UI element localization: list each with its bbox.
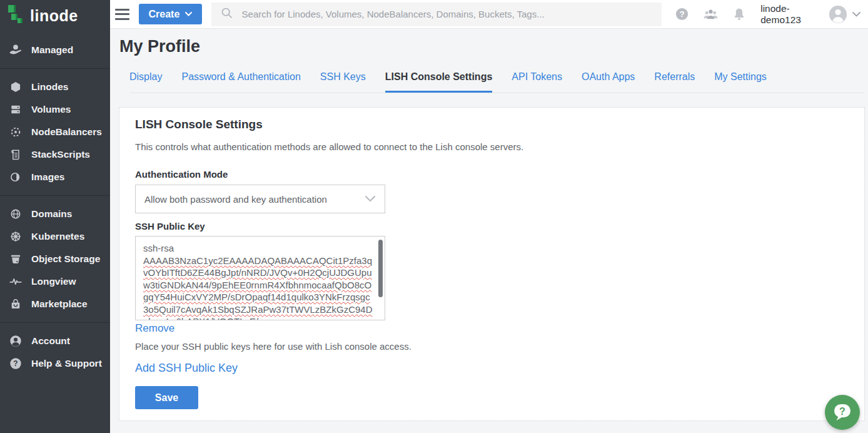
search-icon <box>220 6 233 22</box>
tab-lish-console-settings[interactable]: LISH Console Settings <box>385 71 493 93</box>
sidebar-item-account[interactable]: Account <box>0 330 110 352</box>
topbar-icons: ? linode-demo123 <box>662 3 868 26</box>
sidebar-item-help-support[interactable]: ? Help & Support <box>0 352 110 375</box>
sidebar-item-object-storage[interactable]: Object Storage <box>0 248 110 270</box>
help-bubble-icon: ? <box>832 401 853 424</box>
tab-display[interactable]: Display <box>129 71 162 93</box>
add-ssh-public-key-link[interactable]: Add SSH Public Key <box>135 362 238 375</box>
sidebar-item-marketplace[interactable]: Marketplace <box>0 293 110 315</box>
panel-title: LISH Console Settings <box>135 118 849 131</box>
ssh-public-key-textarea[interactable]: ssh-rsa AAAAB3NzaC1yc2EAAAADAQABAAACAQCi… <box>135 236 385 320</box>
ssh-key-helper-text: Place your SSH public keys here for use … <box>135 341 849 352</box>
sidebar-item-images[interactable]: Images <box>0 166 110 188</box>
page-title: My Profile <box>119 35 865 58</box>
linode-logo-icon <box>6 4 26 28</box>
object-storage-icon <box>8 252 23 267</box>
sidebar-divider <box>0 68 110 69</box>
search-bar <box>211 3 662 26</box>
longview-icon <box>8 274 23 289</box>
stackscripts-icon <box>8 147 23 162</box>
ssh-key-label: SSH Public Key <box>135 221 849 232</box>
linode-logo[interactable]: linode <box>0 0 110 31</box>
sidebar-item-domains[interactable]: Domains <box>0 203 110 225</box>
tab-oauth-apps[interactable]: OAuth Apps <box>582 71 635 93</box>
account-menu-username[interactable]: linode-demo123 <box>760 3 823 26</box>
kubernetes-icon <box>8 229 23 244</box>
select-chevron-down-icon <box>365 193 376 205</box>
tab-api-tokens[interactable]: API Tokens <box>512 71 562 93</box>
textarea-scrollbar-thumb[interactable] <box>378 240 383 297</box>
help-circle-icon[interactable]: ? <box>675 7 689 21</box>
sidebar-item-linodes[interactable]: Linodes <box>0 76 110 98</box>
sidebar-item-managed[interactable]: Managed <box>0 39 110 61</box>
images-icon <box>8 170 23 185</box>
menu-toggle-icon[interactable] <box>115 9 129 20</box>
auth-mode-select[interactable]: Allow both password and key authenticati… <box>135 185 385 213</box>
tab-password-authentication[interactable]: Password & Authentication <box>181 71 300 93</box>
save-button[interactable]: Save <box>135 386 198 409</box>
search-input[interactable] <box>242 9 642 19</box>
nodebalancers-icon <box>8 125 23 140</box>
tab-ssh-keys[interactable]: SSH Keys <box>320 71 366 93</box>
create-button[interactable]: Create <box>139 4 201 24</box>
profile-tabs: Display Password & Authentication SSH Ke… <box>129 71 865 93</box>
sidebar-item-stackscripts[interactable]: StackScripts <box>0 143 110 166</box>
ssh-key-prefix: ssh-rsa <box>143 243 174 253</box>
chevron-down-icon <box>185 12 192 16</box>
svg-text:?: ? <box>680 9 685 19</box>
main-content: My Profile Display Password & Authentica… <box>110 29 868 433</box>
sidebar-item-kubernetes[interactable]: Kubernetes <box>0 225 110 248</box>
auth-mode-selected-value: Allow both password and key authenticati… <box>144 194 365 205</box>
ssh-key-value: AAAAB3NzaC1yc2EAAAADAQABAAACAQCit1Pzfa3q… <box>143 255 373 321</box>
linode-icon <box>8 79 23 94</box>
linode-logo-text: linode <box>30 7 78 25</box>
marketplace-icon <box>8 297 23 312</box>
help-icon: ? <box>8 356 23 371</box>
community-icon[interactable] <box>702 7 719 21</box>
topbar: Create ? linode-demo123 <box>110 0 868 29</box>
domains-icon <box>8 206 23 222</box>
tab-my-settings[interactable]: My Settings <box>714 71 767 93</box>
sidebar-item-nodebalancers[interactable]: NodeBalancers <box>0 121 110 143</box>
volumes-icon <box>8 102 23 117</box>
sidebar-divider <box>0 322 110 323</box>
remove-key-link[interactable]: Remove <box>135 322 174 335</box>
notifications-bell-icon[interactable] <box>732 7 746 22</box>
tab-referrals[interactable]: Referrals <box>654 71 695 93</box>
sidebar: linode Managed Linodes Volumes NodeBalan… <box>0 0 110 433</box>
panel-description: This controls what authentication method… <box>135 141 849 152</box>
svg-text:?: ? <box>839 405 845 416</box>
account-icon <box>8 334 23 349</box>
help-fab-button[interactable]: ? <box>825 395 860 430</box>
managed-icon <box>8 43 23 58</box>
sidebar-nav: Managed Linodes Volumes NodeBalancers St… <box>0 31 110 375</box>
account-menu-chevron-icon[interactable] <box>852 12 860 17</box>
lish-settings-panel: LISH Console Settings This controls what… <box>119 107 865 421</box>
avatar[interactable] <box>829 5 847 24</box>
svg-text:?: ? <box>13 359 18 368</box>
sidebar-item-volumes[interactable]: Volumes <box>0 98 110 121</box>
auth-mode-label: Authentication Mode <box>135 169 849 180</box>
sidebar-item-longview[interactable]: Longview <box>0 270 110 293</box>
sidebar-divider <box>0 195 110 196</box>
